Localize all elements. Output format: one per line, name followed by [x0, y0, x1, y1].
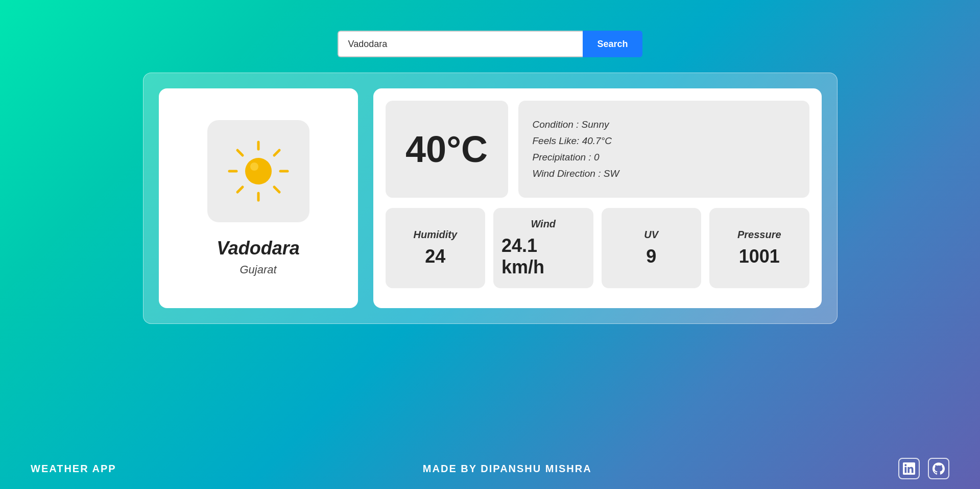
conditions-box: Condition : Sunny Feels Like: 40.7°C Pre… — [518, 101, 809, 198]
search-bar: Search — [338, 31, 642, 57]
svg-line-6 — [274, 150, 279, 155]
temperature-value: 40°C — [405, 128, 488, 170]
humidity-value: 24 — [425, 246, 445, 267]
svg-line-7 — [237, 187, 243, 192]
temperature-box: 40°C — [386, 101, 508, 198]
search-input[interactable] — [338, 31, 583, 57]
wind-box: Wind 24.1 km/h — [493, 208, 593, 288]
footer-credit: MADE BY DIPANSHU MISHRA — [423, 463, 592, 475]
uv-box: UV 9 — [602, 208, 702, 288]
linkedin-icon[interactable] — [898, 458, 920, 479]
uv-value: 9 — [646, 246, 656, 267]
uv-label: UV — [644, 229, 658, 241]
stats-row: Humidity 24 Wind 24.1 km/h UV 9 Pressure… — [386, 208, 809, 288]
wind-direction-line: Wind Direction : SW — [533, 168, 795, 179]
main-container: Vadodara Gujarat 40°C Condition : Sunny … — [143, 73, 838, 324]
region-name: Gujarat — [240, 263, 276, 276]
sun-icon — [225, 138, 292, 204]
location-card: Vadodara Gujarat — [159, 88, 358, 308]
humidity-box: Humidity 24 — [386, 208, 486, 288]
weather-panel: 40°C Condition : Sunny Feels Like: 40.7°… — [373, 88, 822, 308]
svg-line-4 — [237, 150, 243, 155]
svg-point-8 — [245, 158, 272, 184]
footer-social-icons — [898, 458, 949, 479]
svg-line-5 — [274, 187, 279, 192]
feels-like-line: Feels Like: 40.7°C — [533, 135, 795, 147]
condition-line: Condition : Sunny — [533, 119, 795, 130]
weather-top-row: 40°C Condition : Sunny Feels Like: 40.7°… — [386, 101, 809, 198]
pressure-box: Pressure 1001 — [709, 208, 809, 288]
github-icon[interactable] — [928, 458, 949, 479]
pressure-value: 1001 — [739, 246, 780, 267]
footer: WEATHER APP MADE BY DIPANSHU MISHRA — [0, 448, 980, 489]
footer-app-name: WEATHER APP — [31, 463, 116, 475]
city-name: Vadodara — [217, 238, 300, 259]
weather-icon-wrapper — [207, 120, 309, 222]
search-button[interactable]: Search — [583, 31, 642, 57]
wind-value: 24.1 km/h — [501, 235, 585, 278]
svg-point-9 — [250, 162, 258, 171]
wind-label: Wind — [531, 218, 556, 230]
humidity-label: Humidity — [413, 229, 457, 241]
precipitation-line: Precipitation : 0 — [533, 152, 795, 163]
pressure-label: Pressure — [737, 229, 781, 241]
